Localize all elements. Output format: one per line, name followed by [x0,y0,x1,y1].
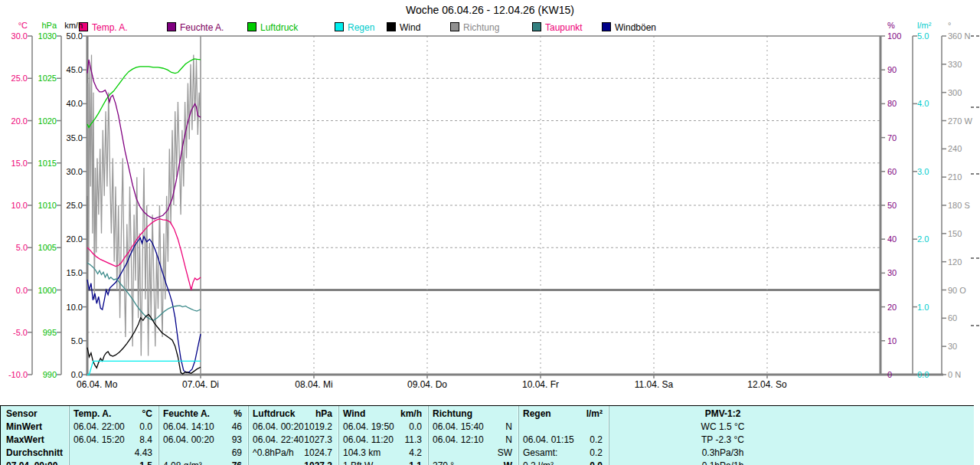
axis-label: 0.0 [71,370,83,379]
axis-label: 3.0 [917,167,929,176]
table-cell-feuchte-a-value: 93 [163,434,242,446]
axis-label: 25.0 [11,74,28,83]
table-cell-luftdruck-value: 1019.2 [253,421,332,433]
axis-label: l/m² [917,21,932,30]
axis-label: 60 [948,313,957,323]
table-header-unit: % [163,408,242,420]
axis-label: 08.04. Mi [295,379,332,390]
table-cell-wind-value: 0.0 [343,421,422,433]
table-cell-regen-value: 0.0 [523,460,603,465]
axis-label: 1005 [38,243,57,252]
axis-label: 10.0 [67,303,83,312]
table-cell-richtung-value: SW [433,447,512,459]
table-header-unit: l/m² [523,408,603,420]
table-cell-feuchte-a-value: 76 [163,460,242,465]
axis-label: 35.0 [67,133,83,142]
table-cell-feuchte-a-value: 46 [163,421,242,433]
axis-label: 150 [948,229,962,238]
axis-label: 300 [948,88,962,97]
axis-label: 1015 [38,159,57,168]
table-cell-regen-value: 0.2 [523,447,603,459]
axis-label: 0.0 [16,286,28,295]
table-cell-richtung-value: N [433,421,512,433]
table-cell-wind-value: 1.1 [343,460,422,465]
axis-label: 40 [887,234,897,244]
axis-label: 2.0 [917,234,929,244]
table-header-pmv-1-2: PMV-1:2 [608,408,838,420]
table-row-label: 07.04. 00:00 [6,460,66,465]
axis-label: 50.0 [67,31,83,41]
axis-label: 995 [43,328,57,337]
table-column-separator [427,406,429,465]
axis-label: 10 [887,336,897,345]
table-row-label: Durchschnitt [6,447,66,459]
table-cell-richtung-value: N [433,434,512,446]
axis-label: 0 N [948,370,961,379]
axis-label: 20.0 [67,234,83,244]
table-cell-feuchte-a-value: 69 [163,447,242,459]
table-column-separator [68,406,70,465]
axis-label: 1000 [38,286,57,295]
axis-label: 210 [948,172,962,182]
axis-label: 10.04. Fr [522,379,559,390]
axis-label: 15.0 [67,268,83,277]
axis-label: ° [948,21,951,30]
table-row-label: MaxWert [6,434,66,446]
axis-label: 90 O [948,286,966,295]
table-cell-wind-value: 11.3 [343,434,422,446]
axis-label: 45.0 [67,65,83,74]
axis-label: 25.0 [67,201,83,210]
axis-label: hPa [41,21,57,30]
table-header-unit: hPa [253,408,332,420]
table-cell-pmv-1-2: TP -2.3 °C [608,434,838,446]
table-column-separator [338,406,339,465]
axis-label: 4.0 [917,99,929,108]
axis-label: 180 S [948,201,970,210]
table-cell-temp-a-value: 0.0 [74,421,152,433]
axis-label: 100 [887,31,901,41]
axis-label: 30 [887,268,897,277]
axis-label: 1030 [38,31,57,41]
axis-label: 5.0 [917,31,929,41]
axis-label: 0 [887,370,892,379]
axis-label: 0.0 [917,370,929,379]
axis-label: °C [18,21,28,30]
chart-plot-area[interactable] [87,36,880,375]
axis-label: 06.04. Mo [77,379,118,390]
axis-label: 30.0 [67,167,83,176]
weather-chart: 30.025.020.015.010.05.00.0-5.0-10.0°C103… [0,0,980,404]
table-cell-pmv-1-2: WC 1.5 °C [608,421,838,433]
axis-label: 1.0 [917,303,929,312]
table-header-richtung: Richtung [433,408,512,420]
axis-label: 09.04. Do [407,379,447,390]
table-cell-luftdruck-value: 1027.3 [253,434,332,446]
axis-label: 80 [887,99,897,108]
axis-label: 30.0 [11,31,28,41]
table-cell-wind-value: 4.2 [343,447,422,459]
table-cell-pmv-1-2: 0.3hPa/3h [608,447,838,459]
table-cell-richtung-value: W [433,460,512,465]
axis-label: 60 [887,167,897,176]
axis-label: 270 W [948,116,972,126]
table-cell-regen-value: 0.2 [523,434,603,446]
axis-label: 30 [948,342,957,351]
table-row-label: MinWert [6,421,66,433]
axis-label: 990 [43,370,57,379]
table-column-separator [158,406,159,465]
axis-label: 20.0 [11,116,28,126]
table-header-unit: °C [74,408,152,420]
axis-label: 1020 [38,116,57,126]
axis-label: 70 [887,133,897,142]
axis-label: 10.0 [11,201,28,210]
table-column-separator [518,406,519,465]
axis-label: 330 [948,60,962,69]
axis-label: 12.04. So [747,379,787,390]
axis-label: 5.0 [16,243,28,252]
table-cell-luftdruck-value: 1027.2 [253,460,332,465]
table-column-separator [247,406,249,465]
table-cell-luftdruck-value: 1024.7 [253,447,332,459]
table-cell-temp-a-value: 1.5 [74,460,152,465]
axis-label: % [887,21,895,30]
table-cell-temp-a-value: 4.43 [74,447,152,459]
table-row-label: Sensor [6,408,66,420]
